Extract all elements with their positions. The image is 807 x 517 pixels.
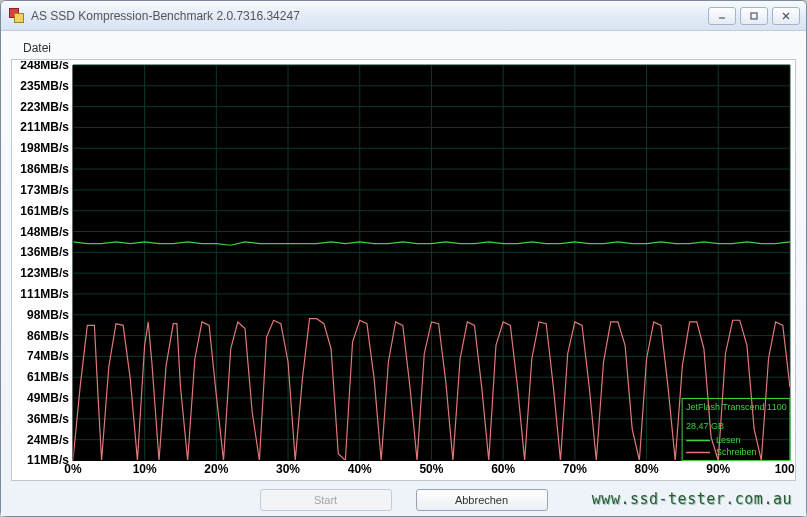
maximize-button[interactable] [740, 7, 768, 25]
window-controls [708, 7, 800, 25]
svg-text:186MB/s: 186MB/s [20, 162, 69, 176]
svg-rect-1 [751, 13, 757, 19]
cancel-button[interactable]: Abbrechen [416, 489, 548, 511]
menu-file[interactable]: Datei [15, 39, 59, 57]
app-icon [9, 8, 25, 24]
svg-text:223MB/s: 223MB/s [20, 100, 69, 114]
svg-text:50%: 50% [419, 462, 443, 476]
svg-text:98MB/s: 98MB/s [27, 308, 69, 322]
svg-text:161MB/s: 161MB/s [20, 204, 69, 218]
svg-rect-37 [13, 460, 794, 478]
titlebar[interactable]: AS SSD Kompression-Benchmark 2.0.7316.34… [1, 1, 806, 31]
svg-text:11MB/s: 11MB/s [27, 453, 69, 467]
svg-text:30%: 30% [276, 462, 300, 476]
start-button: Start [260, 489, 392, 511]
svg-text:111MB/s: 111MB/s [20, 287, 69, 301]
close-button[interactable] [772, 7, 800, 25]
window-title: AS SSD Kompression-Benchmark 2.0.7316.34… [31, 9, 708, 23]
svg-text:235MB/s: 235MB/s [20, 79, 69, 93]
svg-text:Schreiben: Schreiben [716, 447, 756, 457]
close-icon [781, 11, 791, 21]
svg-text:211MB/s: 211MB/s [20, 120, 69, 134]
button-row: Start Abbrechen [11, 481, 796, 511]
minimize-button[interactable] [708, 7, 736, 25]
content-area: Datei 11MB/s24MB/s36MB/s49MB/s61MB/s74MB… [1, 31, 806, 516]
svg-text:20%: 20% [204, 462, 228, 476]
menu-bar: Datei [11, 37, 796, 59]
svg-text:61MB/s: 61MB/s [27, 370, 69, 384]
svg-text:74MB/s: 74MB/s [27, 349, 69, 363]
svg-text:100%: 100% [775, 462, 794, 476]
maximize-icon [749, 11, 759, 21]
chart-container: 11MB/s24MB/s36MB/s49MB/s61MB/s74MB/s86MB… [11, 59, 796, 481]
app-window: AS SSD Kompression-Benchmark 2.0.7316.34… [0, 0, 807, 517]
svg-text:49MB/s: 49MB/s [27, 391, 69, 405]
svg-text:0%: 0% [64, 462, 82, 476]
svg-text:173MB/s: 173MB/s [20, 183, 69, 197]
minimize-icon [717, 11, 727, 21]
svg-text:136MB/s: 136MB/s [20, 245, 69, 259]
svg-text:123MB/s: 123MB/s [20, 266, 69, 280]
svg-text:40%: 40% [348, 462, 372, 476]
svg-text:148MB/s: 148MB/s [20, 225, 69, 239]
svg-text:Lesen: Lesen [716, 435, 740, 445]
svg-text:24MB/s: 24MB/s [27, 433, 69, 447]
compression-chart: 11MB/s24MB/s36MB/s49MB/s61MB/s74MB/s86MB… [13, 61, 794, 478]
svg-text:60%: 60% [491, 462, 515, 476]
svg-text:JetFlash Transcend 1100: JetFlash Transcend 1100 [686, 402, 787, 412]
svg-text:70%: 70% [563, 462, 587, 476]
svg-text:248MB/s: 248MB/s [20, 61, 69, 72]
svg-text:10%: 10% [133, 462, 157, 476]
svg-text:198MB/s: 198MB/s [20, 141, 69, 155]
svg-text:90%: 90% [706, 462, 730, 476]
svg-text:36MB/s: 36MB/s [27, 412, 69, 426]
svg-text:80%: 80% [635, 462, 659, 476]
svg-text:28,47 GB: 28,47 GB [686, 421, 724, 431]
svg-text:86MB/s: 86MB/s [27, 329, 69, 343]
